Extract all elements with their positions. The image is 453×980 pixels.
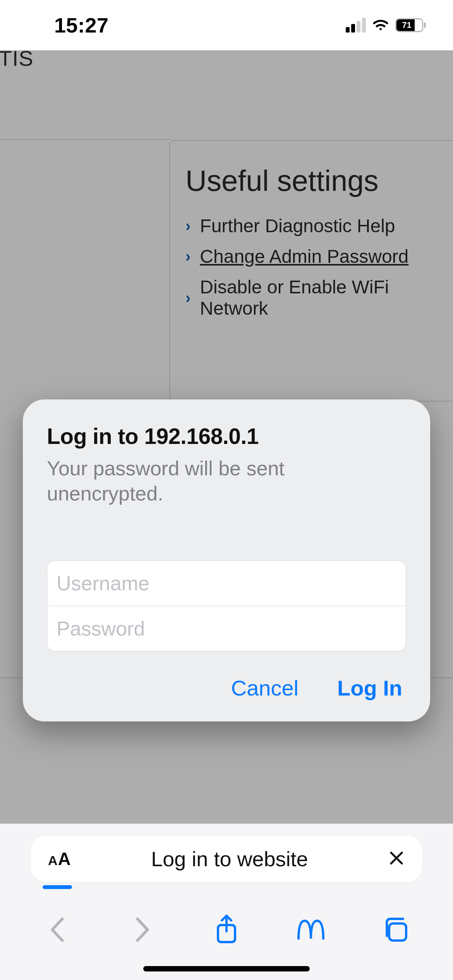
svg-rect-1 [389,923,406,941]
auth-subtitle: Your password will be sent unencrypted. [47,456,406,506]
password-field[interactable] [47,606,406,651]
auth-actions: Cancel Log In [47,675,406,701]
stop-loading-icon[interactable] [388,846,405,872]
status-bar: 15:27 71 [0,0,453,50]
forward-button[interactable] [121,908,163,951]
home-indicator [143,966,310,971]
cellular-signal-icon [346,18,366,33]
share-button[interactable] [205,908,248,951]
safari-toolbar [0,903,453,957]
address-bar-label: Log in to website [151,847,308,871]
auth-title: Log in to 192.168.0.1 [47,423,406,449]
login-button[interactable]: Log In [337,675,402,701]
battery-icon: 71 [395,18,426,32]
text-size-icon[interactable]: AA [48,848,71,869]
bookmarks-button[interactable] [290,908,332,951]
back-button[interactable] [36,908,79,951]
tabs-button[interactable] [374,908,417,951]
address-bar[interactable]: AA Log in to website [31,836,422,882]
battery-percent: 71 [400,20,411,30]
status-icons: 71 [346,18,430,33]
wifi-icon [371,18,390,32]
cancel-button[interactable]: Cancel [231,675,299,701]
loading-progress-indicator [43,885,72,889]
safari-chrome: AA Log in to website [0,824,453,980]
auth-fields [47,560,406,651]
http-auth-dialog: Log in to 192.168.0.1 Your password will… [23,399,430,721]
status-time: 15:27 [23,13,109,37]
username-field[interactable] [47,561,406,606]
